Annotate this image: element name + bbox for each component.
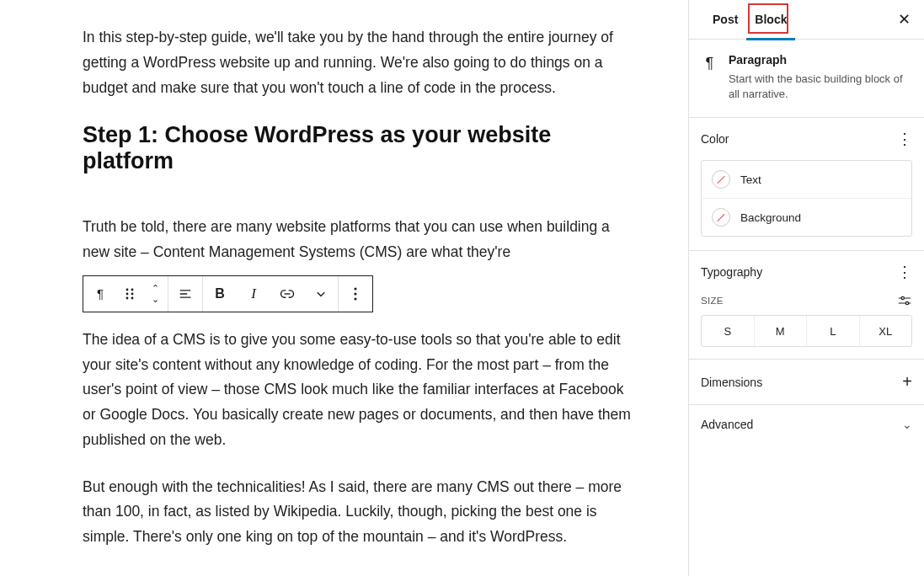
block-card: ¶ Paragraph Start with the basic buildin…	[689, 40, 924, 117]
block-title: Paragraph	[729, 53, 911, 67]
typography-options-kebab-icon[interactable]: ⋮	[897, 263, 912, 281]
drag-handle-icon[interactable]	[117, 276, 142, 312]
color-panel-title: Color	[701, 132, 729, 146]
size-l-button[interactable]: L	[806, 316, 859, 346]
size-settings-icon[interactable]	[897, 293, 912, 308]
svg-point-14	[901, 297, 904, 300]
block-toolbar: ¶ ⌃⌄ B I	[83, 275, 373, 312]
paragraph-block[interactable]: The idea of a CMS is to give you some ea…	[83, 328, 638, 453]
paragraph-block[interactable]: Truth be told, there are many website pl…	[83, 215, 638, 265]
italic-button[interactable]: I	[237, 276, 270, 312]
svg-point-0	[126, 288, 129, 291]
dimensions-panel-header[interactable]: Dimensions +	[689, 360, 924, 404]
svg-point-2	[126, 292, 129, 295]
background-color-label: Background	[740, 211, 801, 224]
paragraph-block[interactable]: In this step-by-step guide, we'll take y…	[83, 25, 638, 100]
swatch-none-icon	[712, 170, 730, 189]
svg-point-10	[354, 287, 356, 290]
typography-panel-header[interactable]: Typography ⋮	[689, 251, 924, 293]
size-s-button[interactable]: S	[702, 316, 754, 346]
editor-canvas[interactable]: In this step-by-step guide, we'll take y…	[0, 0, 688, 576]
typography-title: Typography	[701, 265, 762, 279]
close-sidebar-button[interactable]: ✕	[890, 6, 917, 33]
heading-block[interactable]: Step 1: Choose WordPress as your website…	[83, 122, 638, 174]
paragraph-block[interactable]: But enough with the technicalities! As I…	[83, 475, 638, 550]
color-panel-header[interactable]: Color ⋮	[689, 118, 924, 160]
align-button[interactable]	[168, 276, 202, 312]
block-type-paragraph-icon[interactable]: ¶	[83, 276, 117, 312]
sidebar-tabs: Post Block ✕	[689, 0, 924, 40]
font-size-segmented: S M L XL	[701, 315, 912, 347]
tab-block[interactable]: Block	[746, 0, 795, 40]
svg-point-1	[131, 288, 134, 291]
color-options-kebab-icon[interactable]: ⋮	[897, 130, 912, 148]
svg-point-16	[905, 302, 908, 305]
size-label: SIZE	[701, 296, 724, 306]
add-dimension-icon[interactable]: +	[902, 372, 912, 392]
svg-point-12	[354, 297, 356, 300]
paragraph-icon: ¶	[702, 53, 717, 102]
advanced-panel-header[interactable]: Advanced ⌄	[689, 405, 924, 444]
size-xl-button[interactable]: XL	[859, 316, 912, 346]
svg-point-3	[131, 292, 134, 295]
advanced-title: Advanced	[701, 418, 753, 431]
dimensions-title: Dimensions	[701, 376, 762, 389]
background-color-button[interactable]: Background	[702, 198, 911, 236]
bold-button[interactable]: B	[203, 276, 237, 312]
svg-point-5	[131, 296, 134, 299]
svg-point-11	[354, 292, 356, 295]
block-description: Start with the basic building block of a…	[729, 72, 911, 102]
more-rich-text-dropdown[interactable]	[304, 276, 338, 312]
chevron-down-icon: ⌄	[902, 418, 912, 431]
settings-sidebar: Post Block ✕ ¶ Paragraph Start with the …	[688, 0, 924, 576]
options-kebab-icon[interactable]	[339, 276, 372, 312]
size-m-button[interactable]: M	[754, 316, 807, 346]
text-color-button[interactable]: Text	[702, 161, 911, 198]
link-button[interactable]	[270, 276, 304, 312]
text-color-label: Text	[740, 173, 761, 186]
tab-post[interactable]: Post	[704, 0, 746, 40]
swatch-none-icon	[712, 208, 730, 227]
svg-point-4	[126, 296, 129, 299]
move-updown-icon[interactable]: ⌃⌄	[142, 276, 168, 312]
